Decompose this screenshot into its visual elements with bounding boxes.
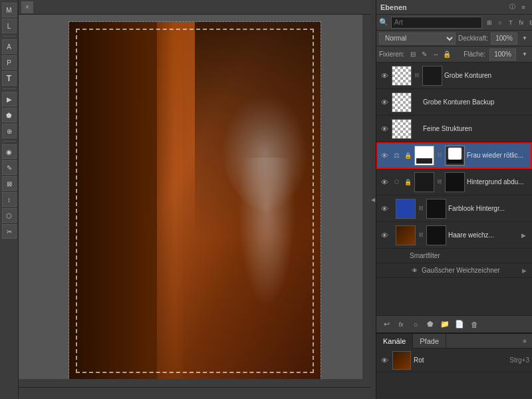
layer-visibility-toggle[interactable]: 👁 bbox=[379, 97, 390, 108]
layer-thumbnail bbox=[414, 172, 434, 192]
search-input[interactable] bbox=[391, 17, 482, 29]
layer-name: Frau wieder rötlic... bbox=[467, 152, 529, 159]
tool-select[interactable]: M bbox=[2, 3, 17, 17]
tool-zoom[interactable]: ◉ bbox=[2, 144, 17, 159]
man-silhouette bbox=[69, 22, 175, 380]
filter-mode-icon[interactable]: T bbox=[506, 18, 515, 27]
lock-all-icon[interactable]: 🔒 bbox=[442, 50, 452, 59]
canvas-content[interactable] bbox=[19, 15, 370, 387]
filter-kind-icon[interactable]: ⊞ bbox=[485, 18, 494, 27]
layer-item[interactable]: 👁 ⛓ Grobe Konturen bbox=[376, 63, 532, 89]
layer-lock-icon: 🔒 bbox=[403, 178, 412, 187]
channel-thumb-image bbox=[393, 352, 410, 369]
layer-item[interactable]: 👁 ⬡ 🔒 ⛓ Hintergrund abdu... bbox=[376, 169, 532, 196]
layer-chain-icon: ⛓ bbox=[414, 72, 420, 79]
tool-rect[interactable]: ⊠ bbox=[2, 176, 17, 191]
thumb-checker-pattern bbox=[392, 66, 411, 85]
lock-label: Fixieren: bbox=[379, 51, 404, 58]
filter-attr-icon[interactable]: ○ bbox=[495, 18, 505, 27]
fill-value[interactable]: 100% bbox=[489, 49, 516, 61]
layer-name: Farblook Hintergr... bbox=[448, 205, 529, 212]
layer-visibility-toggle[interactable]: 👁 bbox=[379, 124, 390, 134]
layer-thumbnail bbox=[414, 146, 434, 166]
channel-name: Rot bbox=[414, 356, 507, 364]
layer-item[interactable]: 👁 Feine Strukturen bbox=[376, 116, 532, 142]
lock-row: Fixieren: ⊟ ✎ ↔ 🔒 Fläche: 100% ▼ bbox=[376, 47, 532, 63]
layer-thumbnail bbox=[392, 66, 412, 86]
layer-name: Haare weichz... bbox=[448, 231, 519, 239]
tool-shape[interactable]: ⬟ bbox=[2, 108, 17, 122]
hair bbox=[195, 22, 321, 237]
tool-move[interactable]: ↕ bbox=[2, 192, 17, 207]
link-layers-icon[interactable]: ↩ bbox=[380, 319, 392, 331]
canvas-close-button[interactable]: × bbox=[21, 1, 33, 13]
delete-layer-icon[interactable]: 🗑 bbox=[468, 319, 480, 331]
panel-menu-icon[interactable]: ≡ bbox=[519, 3, 528, 12]
footer-icons: ↩ fx ○ ⬟ 📁 📄 🗑 bbox=[380, 319, 480, 331]
layer-visibility-toggle[interactable]: 👁 bbox=[379, 203, 390, 214]
new-layer-icon[interactable]: 📄 bbox=[454, 319, 466, 331]
layer-item[interactable]: 👁 ⛓ Farblook Hintergr... bbox=[376, 196, 532, 222]
layer-thumbnail bbox=[396, 199, 416, 219]
opacity-arrow-icon[interactable]: ▼ bbox=[520, 34, 529, 43]
tool-eyedrop[interactable]: ⊕ bbox=[2, 124, 17, 138]
layer-item-active[interactable]: 👁 ⚖ 🔒 ⛓ Frau wieder rötlic... bbox=[376, 142, 532, 169]
tool-text[interactable]: T bbox=[2, 71, 17, 86]
blend-mode-select[interactable]: Normal bbox=[379, 33, 456, 45]
gauss-filter-row[interactable]: 👁 Gaußscher Weichzeichner ▶ bbox=[376, 263, 532, 278]
tab-channels[interactable]: Kanäle bbox=[376, 334, 413, 348]
tool-brush[interactable]: ▶ bbox=[2, 92, 17, 106]
lock-pixels-icon[interactable]: ⊟ bbox=[408, 50, 418, 59]
tool-lasso[interactable]: L bbox=[2, 19, 17, 33]
tab-paths[interactable]: Pfade bbox=[413, 334, 446, 348]
tool-hand[interactable]: ✎ bbox=[2, 160, 17, 175]
panel-header-icons: ⓘ ≡ bbox=[507, 3, 528, 12]
layer-item[interactable]: 👁 Grobe Konturen Backup bbox=[376, 89, 532, 116]
lock-position-icon[interactable]: ↔ bbox=[431, 50, 440, 59]
fill-arrow-icon[interactable]: ▼ bbox=[520, 50, 529, 59]
thumb-dark-mask-pattern bbox=[446, 173, 464, 192]
tool-separator-3 bbox=[3, 141, 16, 142]
new-group-icon[interactable]: 📁 bbox=[439, 319, 451, 331]
tool-heal[interactable]: ⬡ bbox=[2, 208, 17, 223]
layer-name: Feine Strukturen bbox=[423, 125, 529, 132]
thumb-dark-mask-pattern bbox=[427, 226, 446, 245]
layer-visibility-toggle[interactable]: 👁 bbox=[379, 150, 390, 161]
layer-visibility-toggle[interactable]: 👁 bbox=[379, 70, 390, 81]
thumb-photo-pattern bbox=[396, 226, 415, 245]
canvas-scrollbar-vertical[interactable] bbox=[362, 15, 370, 387]
smartfilter-label: Smartfilter bbox=[410, 252, 440, 259]
panel-footer: ↩ fx ○ ⬟ 📁 📄 🗑 bbox=[376, 315, 532, 332]
filter-effect-icon[interactable]: fx bbox=[517, 18, 526, 27]
panel-collapse-arrow[interactable]: ◀ bbox=[370, 0, 376, 399]
search-bar: 🔍 ⊞ ○ T fx ⊟ bbox=[376, 15, 532, 31]
thumb-checker-pattern bbox=[392, 120, 411, 138]
lock-paint-icon[interactable]: ✎ bbox=[420, 50, 429, 59]
layer-visibility-toggle[interactable]: 👁 bbox=[379, 177, 390, 188]
add-style-icon[interactable]: fx bbox=[395, 319, 407, 331]
thumb-dark-pattern bbox=[423, 66, 442, 85]
layer-visibility-toggle[interactable]: 👁 bbox=[379, 230, 390, 241]
channel-visibility-toggle[interactable]: 👁 bbox=[379, 355, 390, 366]
smartfilter-row: Smartfilter bbox=[376, 249, 532, 263]
bottom-panel-menu[interactable]: ≡ bbox=[520, 336, 529, 346]
layer-chain-icon: ⛓ bbox=[436, 152, 443, 159]
layer-mask-thumbnail bbox=[445, 172, 465, 192]
opacity-value[interactable]: 100% bbox=[491, 33, 517, 45]
tool-stamp[interactable]: ✂ bbox=[2, 224, 17, 239]
tool-pen[interactable]: P bbox=[2, 55, 17, 70]
thumb-dark-mask-pattern bbox=[427, 200, 446, 218]
thumb-blue-pattern bbox=[396, 200, 415, 218]
gauss-eye-icon[interactable]: 👁 bbox=[410, 266, 419, 275]
canvas-scrollbar-horizontal[interactable] bbox=[19, 379, 362, 387]
add-mask-icon[interactable]: ○ bbox=[410, 319, 422, 331]
adjustment-icon[interactable]: ⬟ bbox=[424, 319, 436, 331]
channel-row[interactable]: 👁 Rot Strg+3 bbox=[376, 348, 532, 372]
channel-thumbnail bbox=[392, 351, 411, 370]
panel-info-icon[interactable]: ⓘ bbox=[507, 3, 517, 12]
tool-crop[interactable]: A bbox=[2, 39, 17, 54]
layer-item[interactable]: 👁 ⛓ Haare weichz... ▶ bbox=[376, 222, 532, 249]
layer-lock-icon: 🔒 bbox=[403, 151, 412, 160]
filter-color-icon[interactable]: ⊟ bbox=[527, 18, 532, 27]
layer-mask-thumbnail bbox=[426, 225, 446, 245]
